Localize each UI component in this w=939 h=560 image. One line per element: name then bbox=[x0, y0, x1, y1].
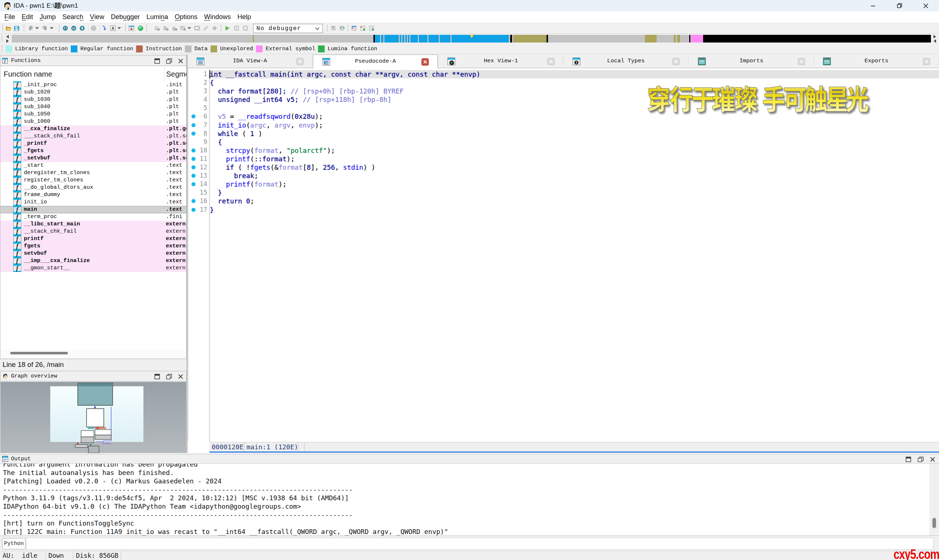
panel-maximize-button[interactable] bbox=[154, 373, 161, 380]
tab-close-button[interactable]: ✕ bbox=[923, 58, 930, 65]
panel-float-button[interactable] bbox=[917, 456, 924, 463]
menu-item[interactable]: View bbox=[86, 11, 108, 23]
debugger-stop-button[interactable] bbox=[242, 23, 249, 33]
code-line[interactable]: 7 init_io(argc, argv, envp); bbox=[187, 121, 939, 129]
code-line[interactable]: 9 { bbox=[187, 138, 939, 146]
code-line[interactable]: 8 while ( 1 ) bbox=[187, 129, 939, 138]
tab[interactable]: Imports ✕ bbox=[689, 55, 814, 68]
jump-to-address-button[interactable]: # bbox=[62, 23, 69, 33]
tab-close-button[interactable]: ✕ bbox=[798, 58, 805, 65]
lumina-button[interactable] bbox=[137, 23, 144, 33]
function-row[interactable]: f _start .text bbox=[0, 162, 187, 169]
window-list-2-button[interactable] bbox=[359, 23, 367, 33]
function-row[interactable]: f fgets extern bbox=[0, 243, 187, 250]
patch-diamond-button[interactable] bbox=[211, 23, 218, 33]
menu-item[interactable]: Lumina bbox=[143, 11, 171, 23]
jump-to-operand-button[interactable] bbox=[90, 23, 97, 33]
compile-and-run-button[interactable]: C bbox=[339, 23, 346, 33]
function-row[interactable]: f __cxa_finalize .plt.got bbox=[0, 125, 187, 133]
code-line[interactable]: 3 char format[280]; // [rsp+0h] [rbp-120… bbox=[187, 87, 939, 95]
tab-close-button[interactable]: ✕ bbox=[672, 58, 680, 65]
navband-scroll-right[interactable] bbox=[933, 35, 937, 43]
pseudocode-view[interactable]: 1 int __fastcall main(int argc, const ch… bbox=[187, 69, 939, 442]
navigate-forward-dropdown[interactable] bbox=[50, 27, 54, 29]
function-row[interactable]: f ___stack_chk_fail .plt.sec bbox=[0, 133, 187, 140]
menu-item[interactable]: Search bbox=[59, 11, 86, 23]
edit-button[interactable] bbox=[202, 23, 210, 33]
function-row[interactable]: f __imp___cxa_finalize extern bbox=[0, 257, 187, 265]
function-row[interactable]: f sub_1020 .plt bbox=[0, 89, 187, 96]
menu-item[interactable]: Windows bbox=[200, 11, 234, 23]
add-segment-button[interactable] bbox=[179, 23, 187, 33]
toolbar-group-handle[interactable] bbox=[2, 25, 3, 32]
tab[interactable]: IDA View-A ✕ bbox=[187, 55, 313, 68]
code-line[interactable]: 14 printf(format); bbox=[187, 180, 939, 188]
debugger-start-button[interactable] bbox=[224, 23, 231, 33]
code-line[interactable]: 13 break; bbox=[187, 172, 939, 180]
panel-close-button[interactable] bbox=[929, 456, 936, 463]
panel-float-button[interactable] bbox=[165, 373, 173, 380]
function-row[interactable]: f sub_1030 .plt bbox=[0, 96, 187, 103]
function-row[interactable]: f sub_1040 .plt bbox=[0, 103, 187, 111]
function-row[interactable]: f main .text bbox=[0, 206, 187, 213]
debugger-pause-button[interactable] bbox=[233, 23, 240, 33]
function-row[interactable]: f __stack_chk_fail extern bbox=[0, 228, 187, 235]
function-row[interactable]: f printf extern bbox=[0, 235, 187, 243]
column-header-function-name[interactable]: Function name bbox=[4, 70, 52, 78]
output-vscrollbar-thumb[interactable] bbox=[933, 518, 936, 528]
python-input[interactable] bbox=[26, 538, 933, 550]
menu-item[interactable]: Jump bbox=[36, 11, 59, 23]
functions-hscrollbar-thumb[interactable] bbox=[10, 352, 68, 354]
code-line[interactable]: 16 return 0; bbox=[187, 197, 939, 205]
tab-close-button[interactable]: ✕ bbox=[421, 58, 429, 66]
add-enum-button[interactable]: {} bbox=[171, 23, 178, 33]
search-text-button[interactable]: A bbox=[109, 23, 116, 33]
produce-view-button[interactable] bbox=[128, 23, 135, 33]
window-list-3-button[interactable] bbox=[368, 23, 375, 33]
code-line[interactable]: 1 int __fastcall main(int argc, const ch… bbox=[187, 70, 939, 78]
add-struct-button[interactable]: C bbox=[153, 23, 161, 33]
add-data-button[interactable]: D bbox=[162, 23, 170, 33]
menu-item[interactable]: Help bbox=[234, 11, 254, 23]
minimize-button[interactable] bbox=[860, 0, 886, 11]
function-row[interactable]: f __do_global_dtors_aux .text bbox=[0, 184, 187, 191]
tab-close-button[interactable]: ✕ bbox=[296, 58, 304, 65]
function-row[interactable]: f _fgets .plt.sec bbox=[0, 147, 187, 155]
function-row[interactable]: f _init_proc .init bbox=[0, 82, 187, 89]
function-row[interactable]: f _setvbuf .plt.sec bbox=[0, 155, 187, 162]
close-button[interactable] bbox=[913, 0, 939, 11]
function-row[interactable]: f sub_1050 .plt bbox=[0, 111, 187, 118]
function-row[interactable]: f __libc_start_main extern bbox=[0, 221, 187, 228]
code-line[interactable]: 5 bbox=[187, 104, 939, 112]
function-row[interactable]: f _printf .plt.sec bbox=[0, 140, 187, 147]
function-row[interactable]: f frame_dummy .text bbox=[0, 191, 187, 198]
jump-to-xref-button[interactable]: xrf bbox=[79, 23, 85, 33]
panel-close-button[interactable] bbox=[177, 373, 184, 380]
functions-column-header[interactable]: Function name Segme bbox=[0, 66, 187, 82]
search-text-dropdown[interactable] bbox=[117, 27, 121, 29]
code-line[interactable]: 10 strcpy(format, "polarctf"); bbox=[187, 146, 939, 155]
panel-float-button[interactable] bbox=[165, 57, 173, 65]
function-row[interactable]: f __gmon_start__ extern bbox=[0, 265, 187, 272]
code-line[interactable]: 2 { bbox=[187, 78, 939, 87]
menu-item[interactable]: File bbox=[1, 11, 19, 23]
jump-next-button[interactable] bbox=[101, 23, 107, 33]
function-row[interactable]: f init_io .text bbox=[0, 198, 187, 206]
panel-maximize-button[interactable] bbox=[154, 57, 161, 65]
output-vscrollbar[interactable] bbox=[930, 464, 939, 535]
navigate-back-dropdown[interactable] bbox=[35, 27, 39, 29]
code-line[interactable]: 12 if ( !fgets(&format[8], 256, stdin) ) bbox=[187, 163, 939, 172]
menu-item[interactable]: Options bbox=[171, 11, 200, 23]
function-row[interactable]: f register_tm_clones .text bbox=[0, 177, 187, 184]
menu-item[interactable]: Edit bbox=[19, 11, 36, 23]
save-button[interactable] bbox=[14, 23, 20, 33]
select-range-button[interactable] bbox=[194, 23, 200, 33]
menu-item[interactable]: Debugger bbox=[108, 11, 143, 23]
panel-close-button[interactable] bbox=[177, 57, 184, 65]
restore-button[interactable] bbox=[886, 0, 913, 11]
functions-hscrollbar[interactable] bbox=[0, 350, 187, 358]
graph-overview-canvas[interactable] bbox=[0, 382, 187, 453]
panel-maximize-button[interactable] bbox=[905, 456, 912, 463]
code-line[interactable]: 15 } bbox=[187, 188, 939, 197]
tab[interactable]: Exports ✕ bbox=[814, 55, 939, 68]
